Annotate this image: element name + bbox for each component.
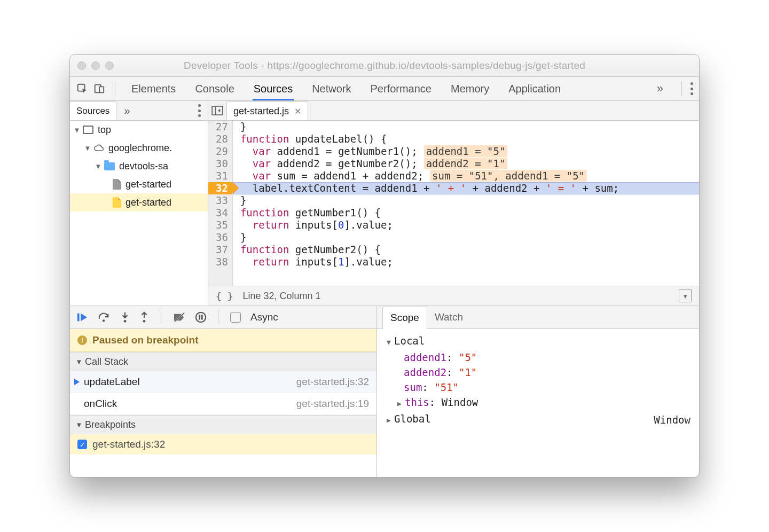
stack-frame-loc: get-started.js:32 (296, 376, 369, 388)
code-line: return inputs[1].value; (233, 256, 699, 268)
inspect-element-icon[interactable] (75, 82, 89, 96)
stack-frame-fn: onClick (84, 398, 117, 410)
resume-icon[interactable] (76, 312, 88, 323)
step-over-icon[interactable] (98, 312, 111, 323)
zoom-window-icon[interactable] (105, 61, 114, 70)
paused-text: Paused on breakpoint (92, 334, 198, 346)
tab-performance[interactable]: Performance (371, 77, 432, 100)
line-number[interactable]: 35 (208, 219, 232, 231)
step-out-icon[interactable] (139, 311, 149, 323)
line-number[interactable]: 29 (208, 145, 232, 158)
tree-top[interactable]: ▼ top (70, 121, 208, 139)
line-number[interactable]: 37 (208, 244, 232, 256)
svg-point-6 (103, 320, 105, 322)
scope-var[interactable]: sum: "51" (386, 380, 690, 395)
disclosure-triangle-icon[interactable]: ▼ (84, 144, 91, 152)
disclosure-triangle-icon[interactable]: ▶ (386, 413, 392, 428)
breakpoint-row[interactable]: ✓ get-started.js:32 (70, 434, 376, 455)
code-lines[interactable]: } function updateLabel() { var addend1 =… (233, 121, 699, 286)
scope-body: ▼Local addend1: "5" addend2: "1" sum: "5… (377, 329, 699, 477)
navigator-tab-sources[interactable]: Sources (69, 101, 116, 120)
line-number[interactable]: 31 (208, 170, 232, 182)
disclosure-triangle-icon[interactable]: ▼ (75, 358, 83, 366)
tab-application[interactable]: Application (508, 77, 561, 100)
window-title: Developer Tools - https://googlechrome.g… (70, 60, 699, 72)
coverage-toggle-icon[interactable]: ▾ (679, 290, 692, 302)
toggle-navigator-icon[interactable] (208, 101, 227, 120)
svg-point-8 (143, 320, 146, 323)
file-tab-label: get-started.js (233, 106, 289, 117)
tab-elements[interactable]: Elements (131, 77, 176, 100)
minimize-window-icon[interactable] (91, 61, 100, 70)
code-line: var sum = addend1 + addend2;sum = "51", … (233, 170, 699, 182)
tab-console[interactable]: Console (195, 77, 234, 100)
debugger-pane: Async i Paused on breakpoint ▼ Call Stac… (70, 306, 377, 477)
line-number[interactable]: 38 (208, 256, 232, 268)
breakpoint-checkbox[interactable]: ✓ (77, 440, 87, 449)
tabs-overflow-icon[interactable]: » (657, 82, 663, 96)
close-window-icon[interactable] (77, 61, 86, 70)
svg-rect-2 (99, 87, 104, 92)
code-line: var addend2 = getNumber2();addend2 = "1" (233, 158, 699, 170)
line-number[interactable]: 34 (208, 207, 232, 219)
file-tab[interactable]: get-started.js ✕ (226, 101, 308, 120)
line-number[interactable]: 36 (208, 231, 232, 244)
disclosure-triangle-icon[interactable]: ▼ (75, 421, 83, 429)
code-line: } (233, 121, 699, 133)
svg-rect-12 (199, 315, 200, 320)
navigator-menu-icon[interactable] (198, 104, 201, 117)
inline-value: addend2 = "1" (424, 158, 508, 169)
editor-statusbar: { } Line 32, Column 1 ▾ (208, 286, 699, 306)
tree-domain[interactable]: ▼ googlechrome. (70, 139, 208, 157)
line-gutter[interactable]: 27 28 29 30 31 32 33 34 35 36 37 38 (208, 121, 233, 286)
info-icon: i (77, 335, 87, 345)
code-area[interactable]: 27 28 29 30 31 32 33 34 35 36 37 38 (208, 121, 699, 286)
disclosure-triangle-icon[interactable]: ▶ (396, 396, 403, 411)
tree-file-html[interactable]: get-started (70, 175, 208, 193)
navigator-overflow-icon[interactable]: » (124, 105, 130, 117)
tree-label: googlechrome. (108, 143, 172, 154)
separator (161, 310, 161, 324)
separator (681, 82, 682, 96)
line-number[interactable]: 28 (208, 133, 232, 145)
line-number[interactable]: 30 (208, 158, 232, 170)
settings-menu-icon[interactable] (690, 82, 694, 95)
scope-var[interactable]: addend2: "1" (386, 365, 690, 380)
tab-sources[interactable]: Sources (254, 77, 293, 100)
breakpoint-label: get-started.js:32 (92, 439, 165, 450)
disclosure-triangle-icon[interactable]: ▼ (95, 162, 102, 170)
scope-local-header[interactable]: ▼Local (386, 333, 690, 350)
svg-rect-3 (212, 106, 223, 115)
async-checkbox[interactable] (230, 312, 241, 323)
scope-var[interactable]: ▶this: Window (386, 395, 690, 411)
scope-var[interactable]: addend1: "5" (386, 350, 690, 365)
line-number[interactable]: 33 (208, 194, 232, 207)
pretty-print-icon[interactable]: { } (216, 291, 233, 302)
scope-pane: Scope Watch ▼Local addend1: "5" addend2:… (377, 306, 699, 477)
close-tab-icon[interactable]: ✕ (294, 106, 301, 116)
tree-folder[interactable]: ▼ devtools-sa (70, 157, 208, 175)
cloud-icon (93, 143, 104, 153)
scope-global-header[interactable]: ▶Global Window (386, 411, 690, 428)
devtools-window: Developer Tools - https://googlechrome.g… (69, 54, 700, 478)
tab-network[interactable]: Network (312, 77, 351, 100)
svg-point-7 (124, 320, 127, 323)
callstack-header[interactable]: ▼ Call Stack (70, 352, 376, 371)
code-line: function updateLabel() { (233, 133, 699, 145)
breakpoints-header[interactable]: ▼ Breakpoints (70, 415, 376, 434)
step-into-icon[interactable] (120, 311, 130, 323)
tab-watch[interactable]: Watch (427, 307, 470, 328)
stack-frame[interactable]: onClick get-started.js:19 (70, 393, 376, 415)
disclosure-triangle-icon[interactable]: ▼ (386, 335, 392, 350)
disclosure-triangle-icon[interactable]: ▼ (73, 126, 81, 134)
pause-on-exceptions-icon[interactable] (195, 312, 206, 323)
tab-scope[interactable]: Scope (382, 307, 427, 329)
stack-frame[interactable]: updateLabel get-started.js:32 (70, 371, 376, 393)
tab-memory[interactable]: Memory (451, 77, 489, 100)
line-number[interactable]: 27 (208, 121, 232, 133)
tree-file-js[interactable]: get-started (70, 193, 208, 212)
code-line: var addend1 = getNumber1();addend1 = "5" (233, 145, 699, 158)
execution-line-number[interactable]: 32 (208, 182, 232, 194)
deactivate-breakpoints-icon[interactable] (173, 312, 186, 323)
device-toolbar-icon[interactable] (92, 82, 106, 96)
